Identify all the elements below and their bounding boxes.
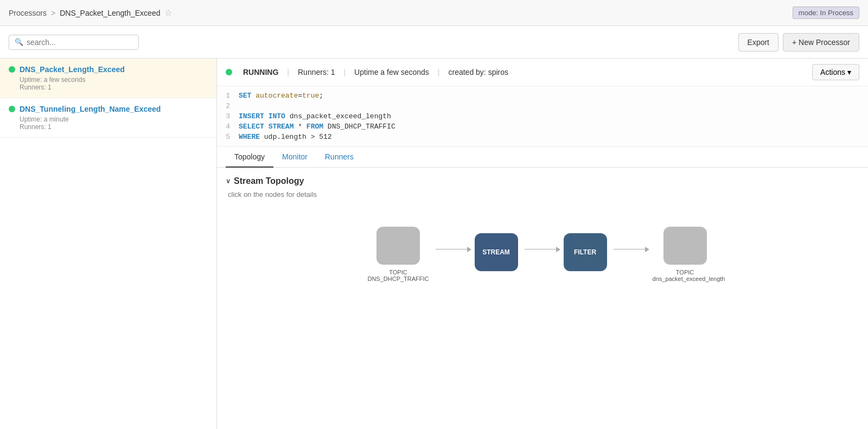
node-label-topic-source: TOPIC DNS_DHCP_TRAFFIC [367, 269, 429, 282]
topology-hint: click on the nodes for details [226, 190, 859, 199]
topology-section: ∨ Stream Topology click on the nodes for… [217, 168, 868, 429]
runners-label: Runners: 1 [298, 68, 335, 76]
actions-button[interactable]: Actions ▾ [812, 64, 859, 80]
breadcrumb-bar: Processors > DNS_Packet_Length_Exceed ☆ … [0, 0, 868, 26]
new-processor-button[interactable]: + New Processor [783, 33, 859, 52]
status-dot-2 [9, 106, 15, 112]
node-sublabel-topic-source: DNS_DHCP_TRAFFIC [367, 276, 429, 282]
chevron-down-icon[interactable]: ∨ [226, 177, 231, 185]
toolbar-buttons: Export + New Processor [738, 33, 859, 52]
processor-item-header-1: DNS_Packet_Length_Exceed [9, 65, 208, 74]
processor-item-header-2: DNS_Tunneling_Length_Name_Exceed [9, 105, 208, 113]
flow-diagram: TOPIC DNS_DHCP_TRAFFIC STREAM FILTER [226, 216, 859, 304]
breadcrumb-parent[interactable]: Processors [9, 9, 47, 17]
arrow-3 [607, 249, 653, 249]
main-layout: DNS_Packet_Length_Exceed Uptime: a few s… [0, 59, 868, 429]
processor-item-2[interactable]: DNS_Tunneling_Length_Name_Exceed Uptime:… [0, 98, 216, 138]
created-by-label: created by: spiros [448, 68, 508, 76]
actions-dropdown-icon: ▾ [847, 68, 851, 76]
export-button[interactable]: Export [738, 33, 778, 52]
search-icon: 🔍 [15, 38, 23, 46]
code-line-2: 2 [217, 101, 868, 111]
arrow-line-3 [614, 249, 646, 249]
processor-uptime-2: Uptime: a minute [9, 116, 208, 123]
node-box-topic-dest[interactable] [663, 227, 707, 265]
arrow-1 [429, 249, 475, 249]
processor-name-2: DNS_Tunneling_Length_Name_Exceed [20, 105, 161, 113]
tabs: Topology Monitor Runners [217, 147, 868, 168]
actions-label: Actions [820, 68, 845, 76]
node-sublabel-topic-dest: dns_packet_exceed_length [653, 276, 718, 282]
node-type-topic-dest: TOPIC [653, 269, 718, 276]
status-dot-main [226, 69, 232, 75]
node-stream[interactable]: STREAM [475, 233, 518, 276]
arrow-line-2 [525, 249, 557, 249]
processor-item-1[interactable]: DNS_Packet_Length_Exceed Uptime: a few s… [0, 59, 216, 98]
processor-name-1: DNS_Packet_Length_Exceed [20, 65, 125, 74]
tab-monitor[interactable]: Monitor [273, 147, 316, 168]
mode-badge: mode: In Process [793, 7, 859, 19]
node-label-topic-dest: TOPIC dns_packet_exceed_length [653, 269, 718, 282]
breadcrumb-separator: > [51, 9, 55, 17]
sidebar: DNS_Packet_Length_Exceed Uptime: a few s… [0, 59, 217, 429]
breadcrumb-current: DNS_Packet_Length_Exceed [60, 9, 160, 17]
status-dot-1 [9, 66, 15, 73]
tab-runners[interactable]: Runners [316, 147, 362, 168]
arrow-2 [518, 249, 564, 249]
status-bar: RUNNING | Runners: 1 | Uptime a few seco… [217, 59, 868, 86]
code-editor: 1 SET autocreate=true; 2 3 INSERT INTO d… [217, 86, 868, 147]
processor-runners-2: Runners: 1 [9, 123, 208, 131]
search-box: 🔍 [9, 35, 139, 50]
node-topic-source[interactable]: TOPIC DNS_DHCP_TRAFFIC [367, 227, 429, 282]
code-line-4: 4 SELECT STREAM * FROM DNS_DHCP_TRAFFIC [217, 121, 868, 132]
breadcrumb: Processors > DNS_Packet_Length_Exceed ☆ [9, 8, 172, 18]
node-topic-dest[interactable]: TOPIC dns_packet_exceed_length [653, 227, 718, 282]
toolbar: 🔍 Export + New Processor [0, 26, 868, 59]
node-box-filter[interactable]: FILTER [564, 233, 607, 271]
topology-title: Stream Topology [234, 176, 304, 186]
processor-runners-1: Runners: 1 [9, 84, 208, 91]
code-line-1: 1 SET autocreate=true; [217, 91, 868, 101]
code-line-5: 5 WHERE udp.length > 512 [217, 132, 868, 142]
node-filter[interactable]: FILTER [564, 233, 607, 276]
status-running-label: RUNNING [243, 68, 278, 76]
uptime-label: Uptime a few seconds [354, 68, 429, 76]
processor-uptime-1: Uptime: a few seconds [9, 76, 208, 84]
node-type-topic-source: TOPIC [367, 269, 429, 276]
content-area: RUNNING | Runners: 1 | Uptime a few seco… [217, 59, 868, 429]
topology-header: ∨ Stream Topology [226, 176, 859, 186]
code-line-3: 3 INSERT INTO dns_packet_exceed_length [217, 111, 868, 121]
arrow-line-1 [436, 249, 468, 249]
favorite-icon[interactable]: ☆ [164, 8, 172, 18]
tab-topology[interactable]: Topology [226, 147, 273, 168]
search-input[interactable] [27, 38, 133, 47]
node-box-stream[interactable]: STREAM [475, 233, 518, 271]
node-box-topic-source[interactable] [376, 227, 420, 265]
